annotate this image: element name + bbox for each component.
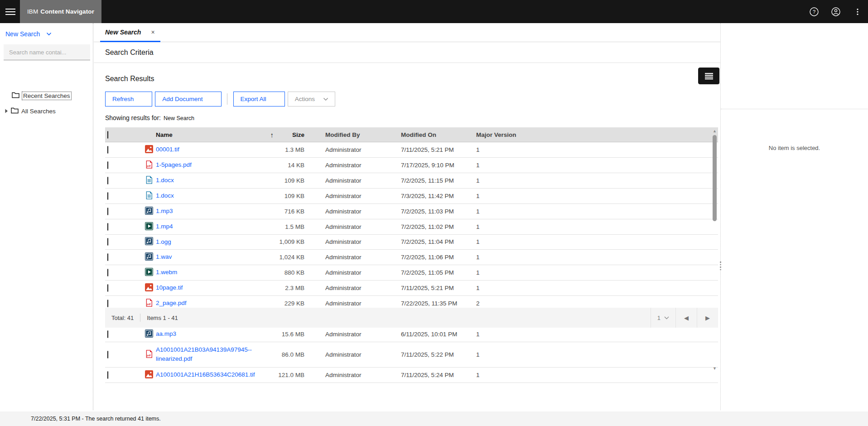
document-modified-on: 7/3/2025, 11:42 PM — [401, 193, 476, 199]
document-size: 880 KB — [277, 269, 304, 276]
user-icon[interactable] — [830, 6, 842, 18]
document-modified-on: 7/17/2025, 9:10 PM — [401, 162, 476, 169]
document-name-link[interactable]: 1.ogg — [156, 237, 171, 247]
document-size: 86.0 MB — [277, 351, 304, 358]
sort-ascending-icon[interactable]: ↑ — [270, 131, 274, 139]
table-row[interactable]: pdf 1-5pages.pdf 14 KB Administrator 7/1… — [105, 158, 718, 173]
previous-page-button[interactable]: ◀ — [676, 308, 697, 328]
help-icon[interactable]: ? — [808, 6, 820, 18]
no-item-selected-message: No item is selected. — [721, 145, 868, 151]
document-major-version: 1 — [476, 177, 718, 184]
document-name-link[interactable]: A1001001A21H16B53634C20681.tif — [156, 370, 255, 380]
document-name-link[interactable]: aa.mp3 — [156, 329, 176, 339]
table-row[interactable]: 1.mp4 1.5 MB Administrator 7/2/2025, 11:… — [105, 219, 718, 235]
export-all-button[interactable]: Export All — [233, 92, 285, 106]
list-view-button[interactable] — [698, 68, 719, 84]
video-file-icon — [145, 268, 153, 276]
column-header-modified-on[interactable]: Modified On — [401, 131, 476, 138]
table-row[interactable]: 1.mp3 716 KB Administrator 7/2/2025, 11:… — [105, 204, 718, 219]
document-name-link[interactable]: 1.webm — [156, 268, 177, 277]
table-row[interactable]: pdf AHUJASUMITA.pdf 994 KB Administrator… — [105, 383, 718, 386]
table-row[interactable]: A1001001A21H16B53634C20681.tif 121.0 MB … — [105, 368, 718, 383]
table-row[interactable]: 1.ogg 1,009 KB Administrator 7/2/2025, 1… — [105, 235, 718, 250]
row-checkbox[interactable] — [107, 371, 108, 379]
tab-new-search[interactable]: New Search × — [100, 23, 160, 42]
document-name-link[interactable]: 10page.tif — [156, 283, 183, 293]
search-name-input[interactable] — [4, 44, 90, 60]
preview-pane: No item is selected. — [720, 23, 868, 410]
row-checkbox[interactable] — [107, 269, 108, 276]
sidebar-item-recent-searches[interactable]: Recent Searches — [12, 92, 71, 100]
close-icon[interactable]: × — [151, 29, 154, 36]
row-checkbox[interactable] — [107, 192, 108, 200]
column-header-name[interactable]: Name — [156, 131, 173, 138]
chevron-down-icon — [664, 316, 669, 320]
document-major-version: 1 — [476, 331, 718, 338]
app-title-tab[interactable]: IBM Content Navigator — [20, 0, 101, 23]
table-row[interactable]: 1.docx 109 KB Administrator 7/2/2025, 11… — [105, 173, 718, 189]
scroll-down-icon[interactable]: ▼ — [712, 366, 717, 371]
audio-file-icon — [145, 207, 153, 215]
next-page-button[interactable]: ▶ — [697, 308, 718, 328]
actions-dropdown-button[interactable]: Actions — [288, 92, 335, 106]
table-header-row: Name ↑ Size Modified By Modified On Majo… — [105, 127, 718, 142]
row-checkbox[interactable] — [107, 238, 108, 246]
row-checkbox[interactable] — [107, 330, 108, 338]
results-scrollbar[interactable]: ▲ ▼ — [712, 129, 718, 372]
search-sidebar: New Search Recent Searches All Searches — [0, 23, 93, 410]
add-document-button[interactable]: Add Document — [155, 92, 221, 106]
scrollbar-thumb[interactable] — [713, 135, 717, 221]
image-file-icon — [145, 283, 153, 291]
table-row[interactable]: aa.mp3 15.6 MB Administrator 6/11/2025, … — [105, 327, 718, 342]
table-row[interactable]: 1.docx 109 KB Administrator 7/3/2025, 11… — [105, 189, 718, 204]
table-row[interactable]: 10page.tif 2.3 MB Administrator 7/11/202… — [105, 281, 718, 296]
document-name-link[interactable]: 2_page.pdf — [156, 299, 187, 308]
table-row[interactable]: 00001.tif 1.3 MB Administrator 7/11/2025… — [105, 142, 718, 158]
table-row[interactable]: pdf A1001001A21B03A94139A97945--lineariz… — [105, 342, 718, 368]
document-name-link[interactable]: 00001.tif — [156, 145, 179, 155]
row-checkbox[interactable] — [107, 284, 108, 292]
document-name-link[interactable]: 1.docx — [156, 176, 174, 185]
document-name-link[interactable]: 1.docx — [156, 191, 174, 201]
row-checkbox[interactable] — [107, 300, 108, 307]
scroll-up-icon[interactable]: ▲ — [712, 129, 717, 133]
row-checkbox[interactable] — [107, 177, 108, 184]
column-header-modified-by[interactable]: Modified By — [325, 131, 401, 138]
document-size: 229 KB — [277, 300, 304, 307]
document-modified-by: Administrator — [325, 331, 401, 338]
document-modified-by: Administrator — [325, 300, 401, 307]
column-header-size[interactable]: Size — [277, 131, 304, 138]
showing-results-line: Showing results for:New Search — [105, 114, 194, 121]
row-checkbox[interactable] — [107, 161, 108, 169]
document-name-link[interactable]: A1001001A21B03A94139A97945--linearized.p… — [156, 345, 274, 364]
doc-file-icon — [145, 176, 153, 184]
table-row[interactable]: 1.wav 1,024 KB Administrator 7/2/2025, 1… — [105, 250, 718, 265]
row-checkbox[interactable] — [107, 208, 108, 215]
document-name-link[interactable]: 1-5pages.pdf — [156, 160, 192, 170]
row-checkbox[interactable] — [107, 146, 108, 154]
document-major-version: 1 — [476, 146, 718, 153]
preview-splitter-handle[interactable] — [720, 261, 721, 270]
document-modified-on: 7/11/2025, 5:22 PM — [401, 351, 476, 358]
document-size: 14 KB — [277, 162, 304, 169]
sidebar-item-all-searches[interactable]: All Searches — [5, 107, 56, 115]
page-selector[interactable]: 1 — [651, 315, 675, 321]
column-header-major-version[interactable]: Major Version — [476, 131, 718, 138]
select-all-checkbox[interactable] — [107, 131, 108, 139]
search-view-selector-label: New Search — [5, 30, 40, 38]
overflow-menu-icon[interactable] — [852, 6, 863, 18]
expand-caret-icon[interactable] — [5, 109, 8, 113]
row-checkbox[interactable] — [107, 351, 108, 358]
document-size: 1.3 MB — [277, 146, 304, 153]
table-row[interactable]: 1.webm 880 KB Administrator 7/2/2025, 11… — [105, 265, 718, 281]
document-name-link[interactable]: 1.mp3 — [156, 207, 173, 216]
document-name-link[interactable]: 1.mp4 — [156, 222, 173, 232]
refresh-button[interactable]: Refresh — [105, 92, 152, 106]
document-name-link[interactable]: 1.wav — [156, 252, 172, 262]
row-checkbox[interactable] — [107, 253, 108, 261]
page-number: 1 — [657, 315, 661, 321]
row-checkbox[interactable] — [107, 223, 108, 231]
document-modified-by: Administrator — [325, 285, 401, 291]
search-view-selector[interactable]: New Search — [5, 30, 52, 38]
menu-icon[interactable] — [5, 7, 15, 16]
